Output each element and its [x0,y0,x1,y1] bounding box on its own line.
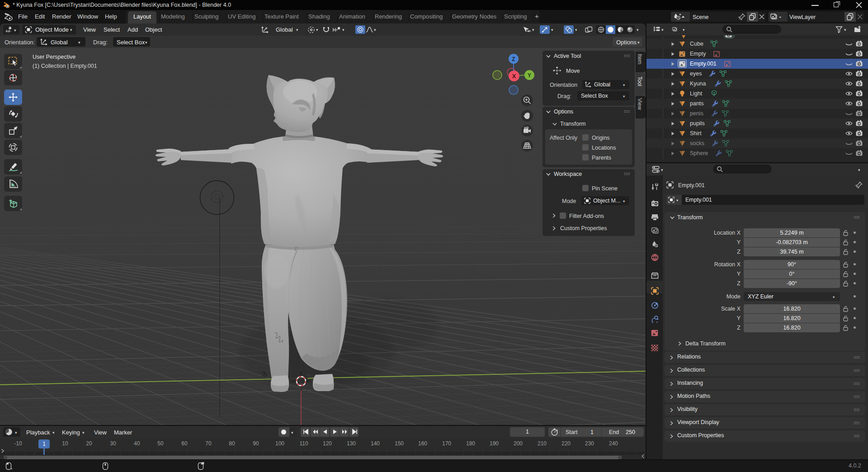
svg-text:Y: Y [528,72,531,79]
svg-text:X: X [512,73,516,80]
svg-text:Z: Z [512,56,515,62]
